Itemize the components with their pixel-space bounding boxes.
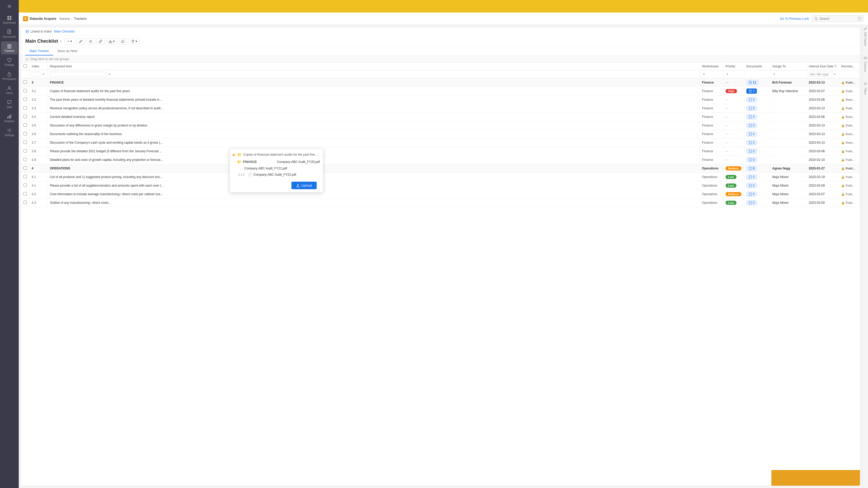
table-row: 4.3Outline of any manufacturing / direct…: [21, 199, 860, 207]
filter-assign-btn[interactable]: ▼: [772, 73, 776, 76]
row-checkbox[interactable]: [24, 201, 27, 204]
edit-tracker-panel[interactable]: Edit Tracker: [864, 27, 867, 47]
title-dropdown-icon[interactable]: ▾: [60, 40, 61, 43]
top-banner: [19, 0, 868, 12]
cell-documents[interactable]: 0: [744, 173, 770, 182]
sidebar-item-label: Analytics: [4, 120, 14, 123]
row-checkbox[interactable]: [24, 140, 27, 144]
add-button[interactable]: + ▾: [65, 38, 75, 44]
row-checkbox[interactable]: [24, 132, 27, 135]
sidebar-item-qa[interactable]: Q&A: [1, 98, 18, 110]
cell-documents[interactable]: 0: [744, 96, 770, 104]
sidebar-item-trackers[interactable]: Trackers: [1, 41, 18, 55]
cell-requested-item: Please provide a list of all suppliers/v…: [48, 182, 700, 190]
sidebar-item-settings[interactable]: Settings: [1, 126, 18, 139]
cell-documents[interactable]: 0: [744, 164, 770, 173]
popup-folder-row[interactable]: ▶ 📁 Copies of financial statement audits…: [230, 151, 323, 158]
row-checkbox[interactable]: [24, 80, 27, 84]
cell-workstream: Finance: [700, 78, 723, 87]
linked-link[interactable]: Main Checklist: [54, 30, 74, 33]
filter-workstream-btn[interactable]: ▼: [702, 73, 706, 76]
row-checkbox[interactable]: [24, 175, 27, 178]
content-wrap: ⛓ Linked to Index: Main Checklist Main C…: [19, 25, 868, 488]
delete-button[interactable]: ▾: [129, 38, 140, 44]
filter-date-btn[interactable]: ▼: [833, 73, 837, 76]
sidebar-item-analytics[interactable]: Analytics: [1, 112, 18, 125]
cell-requested-item: Revenue recognition policy across all pr…: [48, 104, 700, 113]
table-row: 4.1List of all products and 1) suggested…: [21, 173, 860, 182]
cell-documents[interactable]: 0: [744, 156, 770, 164]
row-checkbox[interactable]: [24, 192, 27, 195]
cell-documents[interactable]: 0: [744, 182, 770, 190]
sidebar-item-dashboard[interactable]: Dashboard: [1, 13, 18, 26]
cell-permissions: 🔒Publi...: [839, 104, 860, 113]
filter-index-input[interactable]: [32, 72, 41, 76]
upload-button[interactable]: Upload: [291, 182, 317, 189]
refresh-button[interactable]: [119, 38, 127, 44]
cell-date: 2023-03-06: [807, 147, 839, 156]
select-all-checkbox[interactable]: [24, 64, 27, 68]
breadcrumb-project[interactable]: Aurora: [59, 17, 69, 21]
row-checkbox[interactable]: [24, 106, 27, 109]
filter-date-input[interactable]: [809, 72, 832, 76]
cell-index: 4.3: [29, 199, 48, 207]
cell-priority: —: [723, 104, 744, 113]
lock-icon: 🔒: [841, 193, 845, 196]
cell-documents[interactable]: 3: [744, 87, 770, 96]
tab-main-tracker[interactable]: Main Tracker: [25, 47, 53, 56]
filter-priority-btn[interactable]: ▼: [725, 73, 730, 76]
tab-save-as-new[interactable]: Save as New: [53, 47, 82, 56]
prev-look-link[interactable]: Go To Previous Look: [780, 17, 809, 21]
filter-index-btn[interactable]: ▼: [42, 73, 45, 76]
cell-documents[interactable]: 0: [744, 138, 770, 147]
row-checkbox[interactable]: [24, 98, 27, 101]
sidebar-collapse-button[interactable]: [5, 2, 13, 11]
cell-documents[interactable]: 0: [744, 190, 770, 199]
row-checkbox[interactable]: [24, 115, 27, 118]
row-checkbox[interactable]: [24, 149, 27, 153]
cell-index: 3.2: [29, 96, 48, 104]
cell-documents[interactable]: 0: [744, 121, 770, 130]
edit-button[interactable]: [76, 38, 85, 44]
cell-assign-to: [770, 138, 807, 147]
filter-item-btn[interactable]: ▼: [107, 73, 112, 76]
sidebar-item-users[interactable]: Users: [1, 84, 18, 97]
link-button[interactable]: [96, 38, 105, 44]
cell-documents[interactable]: 11: [744, 78, 770, 87]
sidebar-item-findings[interactable]: Findings: [1, 56, 18, 68]
row-checkbox[interactable]: [24, 158, 27, 161]
cell-documents[interactable]: 0: [744, 130, 770, 138]
pdf-icon: 📄: [248, 173, 252, 176]
row-checkbox[interactable]: [24, 89, 27, 92]
link-icon: ⛓: [25, 29, 29, 34]
cell-assign-to: Maja Nilsen: [770, 199, 807, 207]
filters-panel[interactable]: Filters: [864, 83, 867, 96]
export-icon: [108, 39, 112, 43]
sidebar-item-permissions[interactable]: Permissions: [1, 69, 18, 83]
search-input[interactable]: [819, 17, 856, 21]
sidebar-item-label: Q&A: [6, 106, 12, 108]
row-checkbox[interactable]: [24, 184, 27, 187]
lock-icon: 🔒: [841, 201, 845, 204]
tracker-title: Main Checklist: [25, 38, 58, 44]
assign-button[interactable]: [87, 38, 95, 44]
cell-priority: —: [723, 138, 744, 147]
popup-file-2-row[interactable]: Company ABC Audit_FY21.pdf: [230, 166, 323, 171]
popup-subfolder-row[interactable]: 📁 FINANCE Company ABC Audit_FY20.pdf: [230, 158, 323, 166]
popup-file-3-row[interactable]: 3.1.3 📄 Company ABC Audit_FY22.pdf: [230, 172, 323, 177]
cell-documents[interactable]: 0: [744, 113, 770, 121]
sidebar-item-label: Permissions: [2, 77, 17, 80]
sidebar-item-documents[interactable]: Documents: [1, 27, 18, 40]
cell-assign-to: Maja Nilsen: [770, 173, 807, 182]
export-button[interactable]: ▾: [106, 38, 117, 44]
row-checkbox[interactable]: [24, 166, 27, 170]
svg-rect-2: [8, 7, 11, 7]
filter-item-input[interactable]: [50, 72, 107, 76]
cell-documents[interactable]: 0: [744, 199, 770, 207]
cell-documents[interactable]: 0: [744, 104, 770, 113]
row-checkbox[interactable]: [24, 123, 27, 127]
bottom-orange-area: [771, 470, 860, 486]
columns-panel[interactable]: Columns: [864, 57, 867, 73]
cell-documents[interactable]: 0: [744, 147, 770, 156]
linked-label: Linked to Index:: [30, 30, 53, 33]
